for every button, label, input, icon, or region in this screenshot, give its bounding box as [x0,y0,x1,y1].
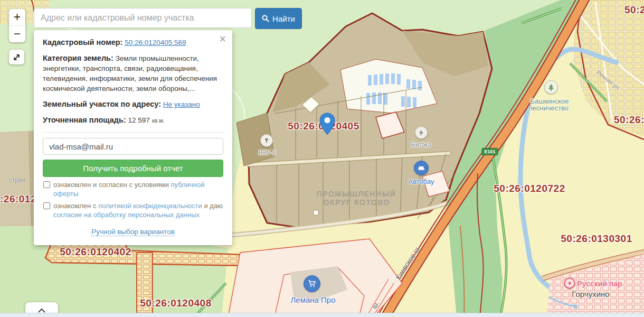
consent-privacy-text-part2: и даю [204,202,222,210]
cadastral-label-0120722[interactable]: 50:26:0120722 [494,183,565,194]
consent-offer-text-part: ознакомлен и согласен с условиями [53,181,169,189]
vzu-poi-icon[interactable] [260,134,273,147]
highway-route-badge: E101 [481,148,498,155]
get-report-button[interactable]: Получить подробный отчет [43,160,223,177]
tree-icon [548,84,554,91]
cadastral-number-label: Кадастровый номер: [43,38,122,46]
park-dot-icon [569,282,571,285]
map-pin[interactable] [318,111,337,136]
autobau-poi-label: Автобау [408,178,434,185]
vzu-poi-label: ВЗУ-2 [258,149,276,156]
industrial-district-label-line2: ОКРУГ КОТОВО [324,198,390,207]
consent-privacy-text: ознакомлен с политикой конфиденциальност… [53,201,223,219]
chevron-up-icon [38,308,45,313]
close-icon[interactable]: × [219,33,226,45]
zoom-out-button[interactable]: − [9,26,25,42]
cadastral-label-0120402[interactable]: 50:26:0120402 [60,246,131,258]
privacy-policy-link[interactable]: политикой конфиденциальности [98,202,202,210]
water-tower-icon [263,137,270,144]
map-viewport[interactable]: 50:26:0120405 50:26:0120722 50:26:013030… [0,0,644,317]
cadastral-label-0120408[interactable]: 50:26:0120408 [140,297,211,309]
zoom-control: + − [9,9,25,42]
area-value: 12 597 [128,116,150,124]
search-button[interactable]: Найти [255,8,302,29]
gorchukhino-label: Горчухино [572,290,609,299]
area-row: Уточненная площадь: 12 597 кв.м. [43,115,223,126]
industrial-district-label-line1: ПРОМЫШЛЕННЫЙ [317,190,396,198]
forestry-poi-icon[interactable] [544,80,558,94]
cadastral-label-0130301[interactable]: 50:26:0130301 [561,233,632,245]
biteka-poi-label: Битэка [411,141,431,148]
manual-select-link[interactable]: Ручной выбор вариантов [91,228,175,236]
zoom-in-button[interactable]: + [9,9,25,25]
attribution-bar [0,313,644,317]
cadastral-number-link[interactable]: 50:26:0120405:569 [125,39,186,46]
area-label: Уточненная площадь: [43,116,126,124]
personal-data-link[interactable]: согласие на обработку персональных данны… [53,211,200,219]
lightning-icon [419,129,424,136]
area-units: кв.м. [152,117,165,124]
lemana-poi-icon[interactable] [304,275,320,292]
address-row: Земельный участок по адресу: Не указано [43,99,223,109]
cadastral-label-right-partial[interactable]: 50:26:01 [614,114,644,126]
parcel-info-panel: × Кадастровый номер: 50:26:0120405:569 К… [34,30,232,245]
search-icon [262,15,269,22]
consent-offer-text: ознакомлен и согласен с условиями публич… [53,180,223,198]
land-category-label: Категория земель: [43,54,113,62]
cadastral-number-row: Кадастровый номер: 50:26:0120405:569 [43,38,223,48]
consent-privacy-checkbox[interactable] [43,202,50,209]
cadastral-label-left-partial[interactable]: :26:012 [0,193,36,205]
search-bar: Найти [34,8,302,29]
autobau-poi-icon[interactable] [414,161,429,175]
land-category-row: Категория земель: Земли промышленности, … [43,53,223,94]
address-link[interactable]: Не указано [163,100,200,108]
lemana-poi-label: Лемана Про [290,295,335,304]
panel-divider [42,132,224,133]
cadastral-label-topright-partial[interactable]: 50:26 [624,4,644,16]
russky-park-poi-label: Русский пар [577,279,622,288]
biteka-poi-icon[interactable] [415,126,428,139]
consent-privacy-text-part1: ознакомлен с [53,202,97,210]
address-label: Земельный участок по адресу: [43,100,161,108]
fullscreen-button[interactable] [9,50,24,64]
shopping-cart-icon [308,280,316,287]
consent-privacy-row: ознакомлен с политикой конфиденциальност… [43,201,223,219]
email-field[interactable] [43,138,223,155]
expand-arrows-icon [13,53,21,61]
striya-partial-label: стрия [9,176,25,184]
forestry-poi-label-line2: лесничество [528,104,569,112]
consent-offer-checkbox[interactable] [43,181,50,188]
search-button-label: Найти [272,14,295,23]
manual-select-row: Ручной выбор вариантов [43,228,223,236]
russky-park-poi-icon[interactable] [564,278,575,289]
car-icon [418,165,425,171]
search-input[interactable] [34,8,252,28]
consent-offer-row: ознакомлен и согласен с условиями публич… [43,180,223,198]
